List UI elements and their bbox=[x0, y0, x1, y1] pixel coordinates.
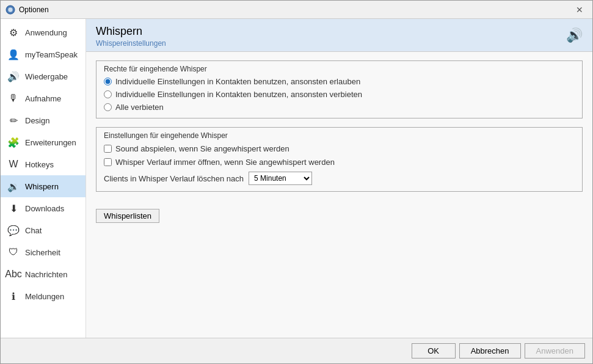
radio-alle-verbieten-label: Alle verbieten bbox=[115, 103, 164, 112]
titlebar: Optionen ✕ bbox=[1, 1, 592, 19]
verlauf-checkbox[interactable] bbox=[104, 158, 112, 166]
checkbox-sound: Sound abspielen, wenn Sie angewhispert w… bbox=[104, 144, 575, 153]
clients-delete-label: Clients in Whisper Verlauf löschen nach bbox=[104, 174, 244, 183]
radio-alle-verbieten[interactable] bbox=[104, 103, 112, 111]
sidebar-label-erweiterungen: Erweiterungen bbox=[25, 138, 76, 147]
options-window: Optionen ✕ ⚙Anwendung👤myTeamSpeak🔊Wieder… bbox=[0, 0, 593, 364]
sidebar-item-anwendung[interactable]: ⚙Anwendung bbox=[1, 21, 85, 43]
titlebar-left: Optionen bbox=[5, 5, 49, 15]
myteamspeak-icon: 👤 bbox=[7, 48, 20, 61]
radio-option-3: Alle verbieten bbox=[104, 103, 575, 112]
checkbox-verlauf: Whisper Verlauf immer öffnen, wenn Sie a… bbox=[104, 158, 575, 167]
sound-checkbox-label: Sound abspielen, wenn Sie angewhispert w… bbox=[115, 144, 289, 153]
radio-verbieten-label: Individuelle Einstellungen in Kontakten … bbox=[115, 90, 362, 99]
incoming-whisper-rights-group: Rechte für eingehende Whisper Individuel… bbox=[96, 60, 583, 118]
aufnahme-icon: 🎙 bbox=[7, 92, 20, 105]
sidebar-item-design[interactable]: ✏Design bbox=[1, 109, 85, 131]
sidebar-item-myteamspeak[interactable]: 👤myTeamSpeak bbox=[1, 43, 85, 65]
sidebar-item-hotkeys[interactable]: WHotkeys bbox=[1, 153, 85, 175]
svg-point-1 bbox=[8, 7, 13, 12]
radio-option-1: Individuelle Einstellungen in Kontakten … bbox=[104, 77, 575, 86]
sidebar-item-wiedergabe[interactable]: 🔊Wiedergabe bbox=[1, 65, 85, 87]
radio-option-2: Individuelle Einstellungen in Kontakten … bbox=[104, 90, 575, 99]
erweiterungen-icon: 🧩 bbox=[7, 136, 20, 149]
radio-verbieten[interactable] bbox=[104, 90, 112, 98]
whisper-icon: 🔊 bbox=[566, 27, 583, 43]
wiedergabe-icon: 🔊 bbox=[7, 70, 20, 83]
sidebar-item-chat[interactable]: 💬Chat bbox=[1, 219, 85, 241]
sound-checkbox[interactable] bbox=[104, 145, 112, 153]
main-panel: Whispern Whispereinstellungen 🔊 Rechte f… bbox=[86, 19, 592, 338]
page-subtitle: Whispereinstellungen bbox=[96, 39, 166, 48]
hotkeys-icon: W bbox=[7, 158, 20, 171]
chat-icon: 💬 bbox=[7, 224, 20, 237]
whispern-icon: 🔉 bbox=[7, 180, 20, 193]
clients-delete-select[interactable]: 1 Minute 2 Minuten 5 Minuten 10 Minuten … bbox=[249, 172, 312, 185]
ok-button[interactable]: OK bbox=[412, 343, 456, 359]
sidebar-label-sicherheit: Sicherheit bbox=[25, 248, 60, 257]
sidebar: ⚙Anwendung👤myTeamSpeak🔊Wiedergabe🎙Aufnah… bbox=[1, 19, 86, 338]
content-area: ⚙Anwendung👤myTeamSpeak🔊Wiedergabe🎙Aufnah… bbox=[1, 19, 592, 338]
radio-erlauben[interactable] bbox=[104, 78, 112, 86]
apply-button[interactable]: Anwenden bbox=[525, 343, 585, 359]
main-header: Whispern Whispereinstellungen 🔊 bbox=[86, 19, 592, 52]
close-button[interactable]: ✕ bbox=[572, 4, 588, 16]
sidebar-label-downloads: Downloads bbox=[25, 204, 64, 213]
main-body: Rechte für eingehende Whisper Individuel… bbox=[86, 52, 592, 338]
sidebar-label-myteamspeak: myTeamSpeak bbox=[25, 50, 78, 59]
sidebar-item-downloads[interactable]: ⬇Downloads bbox=[1, 197, 85, 219]
cancel-button[interactable]: Abbrechen bbox=[459, 343, 521, 359]
clients-delete-field: Clients in Whisper Verlauf löschen nach … bbox=[104, 172, 575, 185]
footer: OK Abbrechen Anwenden bbox=[1, 338, 592, 363]
sidebar-label-meldungen: Meldungen bbox=[25, 292, 64, 301]
app-icon bbox=[5, 5, 15, 15]
anwendung-icon: ⚙ bbox=[7, 26, 20, 39]
sicherheit-icon: 🛡 bbox=[7, 246, 20, 259]
sidebar-label-anwendung: Anwendung bbox=[25, 28, 67, 37]
window-title: Optionen bbox=[19, 5, 49, 14]
sidebar-item-aufnahme[interactable]: 🎙Aufnahme bbox=[1, 87, 85, 109]
sidebar-label-chat: Chat bbox=[25, 226, 42, 235]
incoming-whisper-settings-group: Einstellungen für eingehende Whisper Sou… bbox=[96, 127, 583, 192]
sidebar-label-design: Design bbox=[25, 116, 49, 125]
sidebar-item-meldungen[interactable]: ℹMeldungen bbox=[1, 285, 85, 307]
sidebar-item-erweiterungen[interactable]: 🧩Erweiterungen bbox=[1, 131, 85, 153]
sidebar-item-sicherheit[interactable]: 🛡Sicherheit bbox=[1, 241, 85, 263]
sidebar-item-nachrichten[interactable]: AbcNachrichten bbox=[1, 263, 85, 285]
section1-legend: Rechte für eingehende Whisper bbox=[101, 65, 575, 73]
meldungen-icon: ℹ bbox=[7, 289, 20, 303]
design-icon: ✏ bbox=[7, 114, 20, 127]
sidebar-label-aufnahme: Aufnahme bbox=[25, 94, 61, 103]
sidebar-label-hotkeys: Hotkeys bbox=[25, 160, 54, 169]
whisperlists-button[interactable]: Whisperlisten bbox=[96, 209, 159, 223]
nachrichten-icon: Abc bbox=[7, 268, 20, 281]
sidebar-item-whispern[interactable]: 🔉Whispern bbox=[1, 175, 85, 197]
downloads-icon: ⬇ bbox=[7, 202, 20, 215]
sidebar-label-whispern: Whispern bbox=[25, 182, 59, 191]
sidebar-label-nachrichten: Nachrichten bbox=[25, 270, 67, 279]
radio-erlauben-label: Individuelle Einstellungen in Kontakten … bbox=[115, 77, 360, 86]
sidebar-label-wiedergabe: Wiedergabe bbox=[25, 72, 68, 81]
verlauf-checkbox-label: Whisper Verlauf immer öffnen, wenn Sie a… bbox=[115, 158, 335, 167]
section2-legend: Einstellungen für eingehende Whisper bbox=[101, 131, 575, 140]
page-title: Whispern bbox=[96, 25, 166, 38]
